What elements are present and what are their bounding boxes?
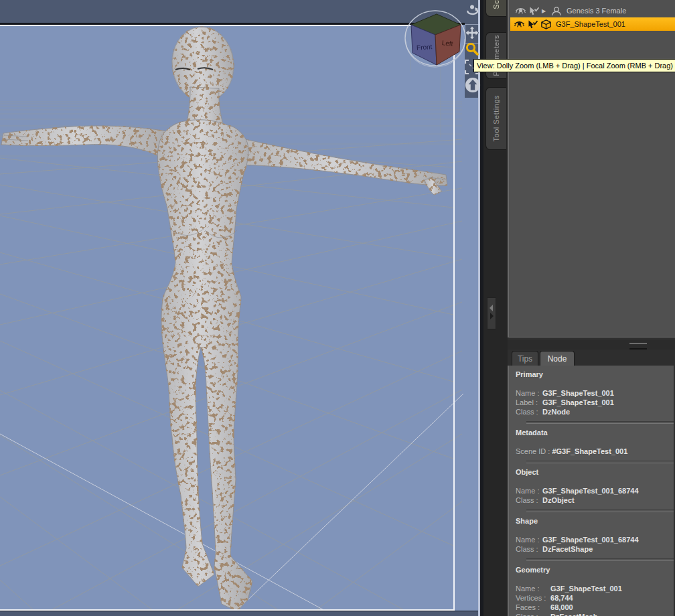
section-divider — [526, 421, 674, 424]
row-value: 68,744 — [548, 594, 573, 602]
scene-item-g3f-shapetest-001[interactable]: G3F_ShapeTest_001 — [510, 17, 675, 31]
row-label: Class : — [516, 612, 548, 616]
zoom-icon[interactable] — [465, 42, 479, 56]
row-value: 68,000 — [548, 603, 573, 611]
aspect-frame-right — [453, 25, 455, 611]
section-divider — [526, 510, 674, 512]
dock-tab-strip: SceneParametersTool Settings — [483, 0, 508, 616]
info-row-class-: Class : DzFacetMesh — [509, 612, 674, 616]
row-label: Name : — [516, 535, 540, 544]
section-title: Shape — [509, 516, 674, 526]
info-row-name-: Name : G3F_ShapeTest_001 — [509, 388, 674, 398]
3d-viewport[interactable]: Front Left View: Dolly Zoom (LMB + Drag)… — [0, 0, 483, 616]
section-title: Geometry — [509, 565, 674, 574]
tooltip: View: Dolly Zoom (LMB + Drag) | Focal Zo… — [473, 59, 675, 72]
daz-studio-window: { "viewport": { "tooltip": "View: Dolly … — [0, 0, 675, 616]
row-label: Name : — [516, 584, 548, 593]
info-section-metadata: MetadataScene ID : #G3F_ShapeTest_001 — [509, 428, 674, 456]
row-value: G3F_ShapeTest_001 — [548, 585, 622, 593]
node-info-pane: TipsNode PrimaryName : G3F_ShapeTest_001… — [508, 350, 675, 616]
info-tab-bar: TipsNode — [508, 350, 675, 366]
info-row-name-: Name : G3F_ShapeTest_001_68744 — [509, 486, 674, 495]
info-row-class-: Class : DzFacetShape — [509, 544, 674, 554]
section-divider — [526, 558, 674, 561]
row-value: #G3F_ShapeTest_001 — [550, 447, 627, 455]
info-tab-node[interactable]: Node — [540, 351, 575, 366]
info-row-scene-id-: Scene ID : #G3F_ShapeTest_001 — [509, 447, 674, 456]
dock-tab-label: Scene — [492, 0, 500, 9]
pane-splitter[interactable] — [508, 340, 675, 350]
info-row-faces-: Faces : 68,000 — [509, 603, 674, 612]
info-row-name-: Name : G3F_ShapeTest_001 — [509, 584, 674, 593]
pan-icon[interactable] — [465, 25, 479, 40]
dock-tab-tool-settings[interactable]: Tool Settings — [485, 87, 506, 150]
cube-icon — [540, 19, 552, 29]
viewport-top-margin — [0, 0, 465, 25]
row-value: DzObject — [540, 496, 575, 504]
collapse-right-icon — [490, 313, 494, 319]
cube-left-label: Left — [441, 39, 453, 48]
eye-icon[interactable] — [513, 20, 525, 28]
row-value: G3F_ShapeTest_001_68744 — [540, 487, 639, 495]
row-label: Class : — [516, 544, 540, 554]
orbit-icon[interactable] — [465, 3, 479, 18]
row-label: Vertices : — [516, 593, 548, 603]
row-label: Name : — [516, 388, 540, 398]
row-value: DzFacetShape — [540, 545, 593, 553]
info-row-vertices-: Vertices : 68,744 — [509, 593, 674, 603]
pointer-check-icon[interactable] — [528, 7, 540, 15]
info-row-name-: Name : G3F_ShapeTest_001_68744 — [509, 535, 674, 544]
info-content: PrimaryName : G3F_ShapeTest_001Label : G… — [508, 366, 674, 616]
viewport-canvas[interactable] — [0, 0, 483, 616]
section-title: Primary — [509, 370, 674, 379]
dock-collapse-handle[interactable] — [487, 297, 496, 329]
row-value: DzFacetMesh — [548, 613, 597, 616]
expand-icon[interactable]: ▶ — [542, 8, 550, 14]
row-value: G3F_ShapeTest_001 — [540, 389, 614, 397]
section-title: Object — [509, 467, 674, 477]
aspect-frame-top — [0, 25, 453, 26]
scene-item-label: G3F_ShapeTest_001 — [556, 20, 625, 28]
info-section-shape: ShapeName : G3F_ShapeTest_001_68744Class… — [509, 516, 674, 554]
row-value: DzNode — [540, 408, 570, 416]
aim-icon[interactable] — [465, 76, 481, 94]
collapse-left-icon — [490, 305, 493, 311]
row-value: G3F_ShapeTest_001 — [540, 398, 614, 406]
cube-front-label: Front — [417, 43, 433, 52]
row-value: G3F_ShapeTest_001_68744 — [540, 536, 639, 544]
info-row-class-: Class : DzNode — [509, 407, 674, 416]
row-label: Class : — [516, 407, 540, 416]
pointer-check-icon[interactable] — [526, 20, 538, 29]
row-label: Scene ID : — [516, 447, 550, 456]
scene-item-label: Genesis 3 Female — [567, 7, 626, 15]
dock-tab-scene[interactable]: Scene — [485, 0, 506, 17]
scene-item-genesis-3-female[interactable]: ▶Genesis 3 Female — [510, 4, 675, 17]
row-label: Name : — [516, 486, 540, 495]
viewport-bottom-margin — [0, 611, 483, 616]
info-section-object: ObjectName : G3F_ShapeTest_001_68744Clas… — [509, 467, 674, 505]
info-row-label-: Label : G3F_ShapeTest_001 — [509, 398, 674, 407]
row-label: Faces : — [516, 603, 548, 612]
row-label: Label : — [516, 398, 540, 407]
splitter-grip[interactable] — [629, 343, 647, 350]
scene-pane: ▶Genesis 3 FemaleG3F_ShapeTest_001 — [508, 0, 675, 337]
section-divider — [526, 461, 674, 463]
right-dock-panel: ▶Genesis 3 FemaleG3F_ShapeTest_001 TipsN… — [508, 0, 675, 616]
dock-tab-label: Tool Settings — [492, 95, 500, 141]
group-icon — [550, 7, 562, 15]
view-cube[interactable]: Front Left — [402, 3, 469, 68]
info-tab-tips[interactable]: Tips — [512, 351, 538, 366]
info-section-geometry: GeometryName : G3F_ShapeTest_001Vertices… — [509, 565, 674, 616]
row-label: Class : — [516, 495, 540, 505]
info-section-primary: PrimaryName : G3F_ShapeTest_001Label : G… — [509, 370, 674, 416]
info-row-class-: Class : DzObject — [509, 495, 674, 505]
eye-icon[interactable] — [514, 7, 526, 15]
section-title: Metadata — [509, 428, 674, 437]
